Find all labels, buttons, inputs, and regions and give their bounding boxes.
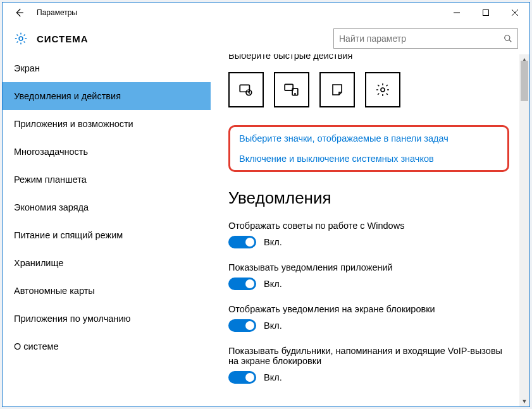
setting-windows-tips: Отображать советы по работе с Windows Вк… xyxy=(228,221,509,248)
note-icon xyxy=(330,82,345,97)
sidebar-item-display[interactable]: Экран xyxy=(3,54,211,82)
svg-rect-5 xyxy=(285,84,293,90)
sidebar-item-default-apps[interactable]: Приложения по умолчанию xyxy=(3,305,211,333)
svg-point-8 xyxy=(381,88,385,92)
quick-action-connect[interactable] xyxy=(274,72,309,107)
svg-point-2 xyxy=(505,35,510,40)
search-icon xyxy=(504,34,512,43)
connect-icon xyxy=(283,82,300,98)
setting-label: Отображать советы по работе с Windows xyxy=(228,221,509,231)
toggle-state: Вкл. xyxy=(264,372,282,382)
setting-label: Отображать уведомления на экране блокиро… xyxy=(228,304,509,314)
quick-actions-row xyxy=(228,72,509,107)
minimize-button[interactable] xyxy=(442,3,471,23)
setting-lockscreen-notifications: Отображать уведомления на экране блокиро… xyxy=(228,304,509,332)
tablet-icon xyxy=(238,82,254,98)
sidebar-item-label: Приложения и возможности xyxy=(14,119,133,129)
sidebar-item-label: Хранилище xyxy=(14,258,63,268)
quick-action-settings[interactable] xyxy=(365,72,400,107)
search-input[interactable] xyxy=(339,34,504,44)
sidebar-item-multitasking[interactable]: Многозадачность xyxy=(3,138,211,166)
sidebar-item-apps[interactable]: Приложения и возможности xyxy=(3,110,211,138)
sidebar-item-label: Экономия заряда xyxy=(14,202,89,212)
toggle-state: Вкл. xyxy=(264,279,282,289)
toggle-state: Вкл. xyxy=(264,320,282,331)
gear-icon xyxy=(14,32,28,46)
sidebar-item-label: Многозадачность xyxy=(14,147,88,157)
search-box[interactable] xyxy=(333,28,518,49)
content-area: Выберите быстрые действия xyxy=(211,54,529,406)
svg-point-7 xyxy=(295,94,295,94)
sidebar-item-label: Питание и спящий режим xyxy=(14,230,123,240)
sidebar-item-offline-maps[interactable]: Автономные карты xyxy=(3,277,211,305)
sidebar: Экран Уведомления и действия Приложения … xyxy=(3,54,211,406)
quick-actions-heading: Выберите быстрые действия xyxy=(228,54,509,61)
maximize-button[interactable] xyxy=(471,3,500,23)
quick-action-tablet[interactable] xyxy=(228,72,264,107)
back-button[interactable] xyxy=(5,3,33,23)
toggle-switch[interactable] xyxy=(228,236,256,248)
highlighted-links: Выберите значки, отображаемые в панели з… xyxy=(228,125,509,172)
sidebar-item-tablet[interactable]: Режим планшета xyxy=(3,166,211,193)
scroll-thumb[interactable] xyxy=(521,61,528,101)
toggle-switch[interactable] xyxy=(228,278,256,290)
quick-action-note[interactable] xyxy=(319,72,355,107)
sidebar-item-notifications[interactable]: Уведомления и действия xyxy=(3,82,211,110)
scrollbar[interactable]: ▲ ▼ xyxy=(519,54,529,406)
toggle-switch[interactable] xyxy=(228,371,256,384)
sidebar-item-label: О системе xyxy=(14,341,58,351)
toggle-switch[interactable] xyxy=(228,319,256,332)
link-taskbar-icons[interactable]: Выберите значки, отображаемые в панели з… xyxy=(239,133,498,143)
svg-rect-0 xyxy=(483,10,489,16)
sidebar-item-battery[interactable]: Экономия заряда xyxy=(3,193,211,221)
setting-app-notifications: Показывать уведомления приложений Вкл. xyxy=(228,262,509,290)
header: СИСТЕМА xyxy=(3,23,529,54)
sidebar-item-storage[interactable]: Хранилище xyxy=(3,249,211,277)
svg-rect-3 xyxy=(240,85,249,92)
sidebar-item-label: Автономные карты xyxy=(14,286,95,296)
toggle-state: Вкл. xyxy=(264,237,282,247)
titlebar: Параметры xyxy=(3,3,529,23)
close-button[interactable] xyxy=(500,3,529,23)
sidebar-item-label: Режим планшета xyxy=(14,174,87,185)
window-title: Параметры xyxy=(33,8,77,17)
sidebar-item-about[interactable]: О системе xyxy=(3,333,211,360)
sidebar-item-label: Экран xyxy=(14,63,40,73)
section-title-notifications: Уведомления xyxy=(228,188,509,208)
scroll-down-arrow[interactable]: ▼ xyxy=(519,396,529,406)
setting-label: Показывать будильники, напоминания и вхо… xyxy=(228,346,509,366)
sidebar-item-label: Уведомления и действия xyxy=(14,91,121,101)
header-title: СИСТЕМА xyxy=(37,34,89,44)
setting-label: Показывать уведомления приложений xyxy=(228,262,509,272)
svg-point-1 xyxy=(19,37,23,40)
sidebar-item-label: Приложения по умолчанию xyxy=(14,314,130,324)
gear-icon xyxy=(375,82,390,97)
sidebar-item-power[interactable]: Питание и спящий режим xyxy=(3,221,211,249)
settings-window: Параметры СИСТЕМА xyxy=(2,2,530,407)
setting-alarms-voip: Показывать будильники, напоминания и вхо… xyxy=(228,346,509,384)
link-system-icons[interactable]: Включение и выключение системных значков xyxy=(239,154,498,164)
